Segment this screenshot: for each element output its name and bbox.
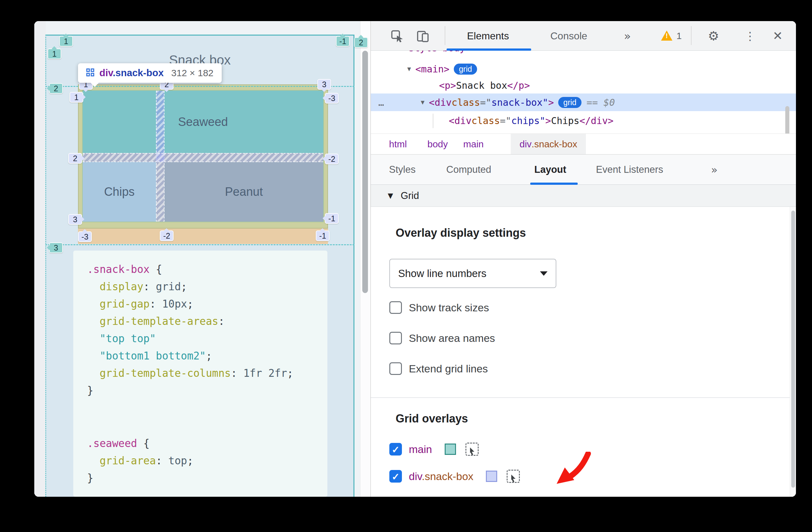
main-overlay-color-swatch[interactable] (445, 444, 456, 455)
sidebar-tabbar: Styles Computed Layout Event Listeners » (371, 155, 796, 185)
main-grid-badge-row1: 1 (47, 48, 61, 59)
more-sidebar-tabs-icon[interactable]: » (711, 155, 717, 185)
main-grid-badge-colneg1: -1 (336, 36, 350, 46)
close-icon[interactable]: ✕ (773, 21, 783, 51)
grid-badge-left-1: 1 (70, 92, 83, 103)
snack-box-overlay-color-swatch[interactable] (486, 471, 497, 482)
breadcrumb-snack-box[interactable]: div.snack-box (511, 134, 586, 154)
grid-row-gap (83, 153, 323, 162)
screenshot-stage: Snack box 1 1 2 3 -1 2 Seaweed Chips Pea… (0, 0, 812, 532)
indent-guide (433, 114, 433, 128)
dom-row-p[interactable]: <p> Snack box </p> (371, 77, 796, 94)
main-grid-line-top (45, 34, 354, 36)
checkbox-row-extend-lines[interactable]: Extend grid lines (389, 362, 488, 376)
grid-section-header[interactable]: ▼ Grid (371, 185, 796, 207)
inspect-tooltip: div.snack-box 312 × 182 (78, 63, 222, 83)
grid-badge[interactable]: grid (558, 97, 581, 108)
grid-badge-left-2: 2 (68, 153, 82, 164)
main-grid-badge-col1: 1 (59, 36, 73, 46)
overlay-settings-heading: Overlay display settings (396, 226, 526, 240)
layout-pane: Overlay display settings Show line numbe… (371, 207, 796, 497)
dom-scrollbar-thumb[interactable] (785, 106, 789, 134)
breadcrumb-body[interactable]: body (427, 134, 448, 154)
device-toolbar-icon[interactable] (417, 30, 429, 42)
expand-arrow-icon[interactable]: ▼ (406, 66, 412, 73)
grid-cell-seaweed: Seaweed (83, 91, 323, 153)
tooltip-dimensions: 312 × 182 (171, 68, 213, 79)
toolbar-divider-2 (691, 26, 692, 45)
checkbox-row-area-names[interactable]: Show area names (389, 331, 495, 345)
section-divider (371, 397, 790, 398)
grid-badge-right-neg2: -2 (325, 154, 339, 164)
main-grid-badge-row3: 3 (49, 242, 63, 253)
grid-overlays-heading: Grid overlays (396, 412, 468, 425)
css-code-card: .snack-box { display: grid; grid-gap: 10… (73, 251, 328, 497)
dom-row-chips[interactable]: <div class="chips">Chips</div> (371, 112, 796, 129)
extend-grid-lines-checkbox[interactable] (389, 362, 402, 375)
grid-squares-icon (86, 68, 95, 78)
seaweed-css-rule: .seaweed { grid-area: top;} (87, 435, 193, 487)
grid-badge-bottom-neg2: -2 (160, 230, 174, 241)
active-tab-underline (447, 48, 531, 51)
main-overlay-select-icon[interactable] (465, 443, 479, 456)
snackbox-css-rule: .snack-box { display: grid; grid-gap: 10… (87, 261, 293, 399)
toolbar-divider (445, 26, 445, 45)
page-viewport: Snack box 1 1 2 3 -1 2 Seaweed Chips Pea… (34, 21, 371, 497)
snack-box-overlay-select-icon[interactable] (507, 470, 520, 483)
grid-cell-peanut: Peanut (164, 162, 323, 222)
collapse-arrow-icon[interactable]: ▼ (388, 192, 393, 199)
warning-icon[interactable] (661, 30, 672, 41)
overlay-row-snack-box[interactable]: div.snack-box (389, 470, 520, 483)
main-overlay-checkbox[interactable] (389, 443, 402, 456)
more-tabs-icon[interactable]: » (624, 21, 631, 51)
chevron-down-icon (540, 271, 548, 276)
overlay-row-main[interactable]: main (389, 442, 479, 456)
devtools-scrollbar-thumb[interactable] (791, 211, 795, 488)
snackbox-grid: Seaweed Chips Peanut (83, 91, 323, 222)
warning-count[interactable]: 1 (677, 21, 682, 51)
tab-styles[interactable]: Styles (389, 155, 416, 185)
devtools-scrollbar[interactable] (790, 207, 796, 497)
page-scrollbar[interactable] (360, 21, 371, 497)
dollar-zero-ref: == $0 (586, 97, 615, 108)
dom-row-snack-box-selected[interactable]: … ▼ <div class="snack-box"> grid == $0 (371, 94, 796, 111)
line-numbers-dropdown[interactable]: Show line numbers (389, 259, 556, 288)
grid-badge[interactable]: grid (454, 64, 477, 74)
tab-elements[interactable]: Elements (467, 21, 509, 51)
grid-badge-bottom-neg3: -3 (78, 232, 92, 242)
tab-console[interactable]: Console (550, 21, 587, 51)
expand-arrow-icon[interactable]: ▼ (420, 99, 426, 106)
dom-tree: style body ▼ <main> grid <p> Snack box <… (371, 51, 796, 134)
show-track-sizes-checkbox[interactable] (389, 301, 402, 314)
main-grid-line-row3 (45, 244, 354, 245)
tooltip-pointer (90, 82, 99, 87)
devtools-panel: Elements Console » 1 ⚙ ⋮ ✕ style body ▼ … (371, 21, 796, 497)
main-grid-line-left (45, 34, 46, 497)
breadcrumb-main[interactable]: main (463, 134, 484, 154)
show-area-names-checkbox[interactable] (389, 332, 402, 345)
dom-row-clipped[interactable]: style body (371, 51, 796, 60)
grid-badge-right-neg3: -3 (325, 93, 339, 103)
grid-cell-chips: Chips (83, 162, 156, 222)
inspect-element-icon[interactable] (391, 30, 403, 42)
tab-layout[interactable]: Layout (534, 155, 566, 185)
page-scrollbar-thumb[interactable] (362, 51, 368, 293)
breadcrumb-html[interactable]: html (389, 134, 407, 154)
grid-badge-top-3: 3 (317, 79, 331, 90)
checkbox-row-track-sizes[interactable]: Show track sizes (389, 300, 489, 314)
browser-window: Snack box 1 1 2 3 -1 2 Seaweed Chips Pea… (34, 21, 796, 497)
active-subtab-underline (530, 183, 578, 185)
tab-event-listeners[interactable]: Event Listeners (596, 155, 663, 185)
viewport-left-gutter (34, 21, 46, 497)
grid-badge-left-3: 3 (68, 214, 82, 225)
main-grid-line-right (353, 34, 354, 497)
main-grid-badge-row2: 2 (49, 83, 63, 94)
kebab-menu-icon[interactable]: ⋮ (744, 21, 756, 51)
tab-computed[interactable]: Computed (446, 155, 491, 185)
settings-gear-icon[interactable]: ⚙ (708, 21, 719, 51)
dom-row-main[interactable]: ▼ <main> grid (371, 61, 796, 77)
red-annotation-arrow (555, 452, 593, 488)
snack-box-overlay-checkbox[interactable] (389, 470, 402, 482)
grid-badge-bottom-neg1: -1 (316, 230, 330, 241)
tooltip-selector: div.snack-box (99, 67, 163, 79)
